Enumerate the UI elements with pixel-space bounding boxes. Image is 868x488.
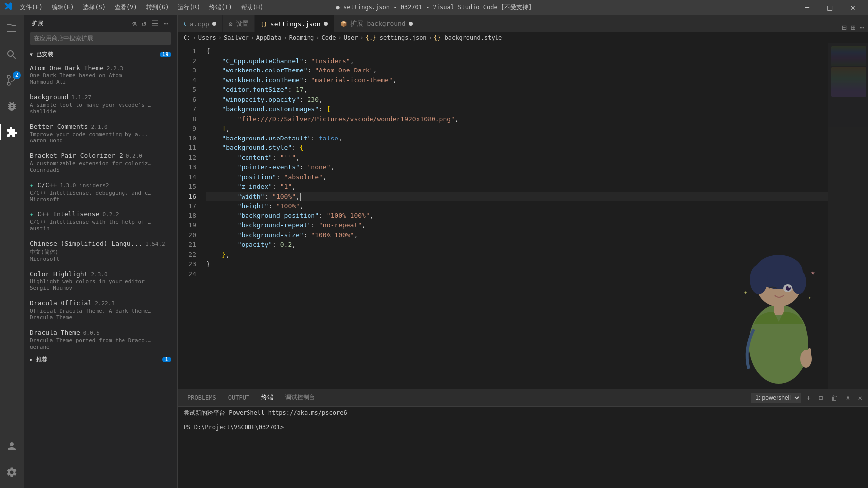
code-line: "height": "100%", <box>206 201 828 211</box>
filter-extensions-icon[interactable]: ⚗ <box>131 18 138 29</box>
tab-settings-json[interactable]: {} settings.json <box>255 15 334 32</box>
list-item[interactable]: Chinese (Simplified) Langu... 1.54.2 中文(… <box>24 236 177 266</box>
list-item[interactable]: Bracket Pair Colorizer 2 0.2.0 A customi… <box>24 148 177 177</box>
ext-author: austin <box>30 225 171 232</box>
code-line: { <box>206 46 828 56</box>
list-item[interactable]: background 1.1.27 A simple tool to make … <box>24 89 177 119</box>
panel-tab-terminal[interactable]: 终端 <box>255 390 279 405</box>
bc-drive[interactable]: C: <box>184 34 190 41</box>
sort-extensions-icon[interactable]: ☰ <box>150 18 159 29</box>
minimize-button[interactable]: ─ <box>796 0 818 15</box>
line-numbers: 1 2 3 4 5 6 7 8 9 10 11 12 13 14 15 16 1 <box>178 43 202 389</box>
ext-name: background <box>30 93 68 101</box>
ext-desc: 中文(简体) <box>30 248 154 256</box>
line-num: 8 <box>178 114 196 124</box>
ext-version: 0.2.2 <box>102 211 119 218</box>
title-bar-left: 文件(F) 编辑(E) 选择(S) 查看(V) 转到(G) 运行(R) 终端(T… <box>4 1 268 14</box>
terminal-selector[interactable]: 1: powershell <box>751 393 801 403</box>
panel: PROBLEMS OUTPUT 终端 调试控制台 1: powershell +… <box>178 389 868 488</box>
bc-users[interactable]: Users <box>198 34 216 41</box>
line-num: 10 <box>178 134 196 143</box>
menu-run[interactable]: 运行(R) <box>174 1 204 14</box>
activity-account[interactable] <box>0 434 24 458</box>
ext-desc: A customizable extension for colorizing.… <box>30 160 154 167</box>
menu-terminal[interactable]: 终端(T) <box>205 1 236 14</box>
search-extensions-input[interactable]: 在应用商店中搜索扩展 <box>30 32 171 45</box>
bc-user[interactable]: User <box>344 34 358 41</box>
close-button[interactable]: ✕ <box>841 0 864 15</box>
ext-author: Microsoft <box>30 196 171 203</box>
activity-settings[interactable] <box>0 460 24 484</box>
list-item[interactable]: Dracula Theme 0.0.5 Dracula Theme ported… <box>24 325 177 354</box>
bc-sailver[interactable]: Sailver <box>224 34 249 41</box>
installed-section-header[interactable]: ▼ 已安装 19 <box>24 49 177 60</box>
app-layout: 2 扩展 ⚗ ↺ ☰ ⋯ 在应用商店中搜索扩展 <box>0 15 868 488</box>
activity-extensions[interactable] <box>0 120 24 144</box>
ext-name: Better Comments <box>30 123 88 130</box>
line-num: 22 <box>178 250 196 260</box>
bc-settings-json[interactable]: {.} settings.json <box>366 34 427 41</box>
window-title: ● settings.json - 032701 - Visual Studio… <box>336 3 532 12</box>
list-item[interactable]: ✦ C/C++ 1.3.0-insiders2 C/C++ IntelliSen… <box>24 177 177 207</box>
ext-name: Dracula Official <box>30 299 92 307</box>
ext-name: Chinese (Simplified) Langu... <box>30 240 142 247</box>
tab-label: 扩展 background <box>350 19 406 28</box>
ext-name: C++ Intellisense <box>37 210 99 218</box>
split-editor-icon[interactable]: ⊟ <box>842 23 847 32</box>
menu-goto[interactable]: 转到(G) <box>142 1 173 14</box>
code-line: "opacity": 0.2, <box>206 240 828 250</box>
menu-help[interactable]: 帮助(H) <box>237 1 268 14</box>
terminal-output[interactable]: 尝试新的跨平台 PowerShell https://aka.ms/pscore… <box>178 407 868 488</box>
kill-terminal-icon[interactable]: 🗑 <box>829 392 840 404</box>
more-extensions-icon[interactable]: ⋯ <box>162 18 169 29</box>
list-item[interactable]: Better Comments 2.1.0 Improve your code … <box>24 119 177 148</box>
list-item[interactable]: ✦ C++ Intellisense 0.2.2 C/C++ Intellise… <box>24 207 177 236</box>
toggle-panel-icon[interactable]: ⊞ <box>851 23 856 32</box>
code-content[interactable]: { "C_Cpp.updateChannel": "Insiders", "wo… <box>202 43 828 389</box>
menu-view[interactable]: 查看(V) <box>111 1 141 14</box>
menu-edit[interactable]: 编辑(E) <box>48 1 78 14</box>
line-num: 20 <box>178 230 196 240</box>
panel-tab-bar: PROBLEMS OUTPUT 终端 调试控制台 1: powershell +… <box>178 389 868 407</box>
ext-version: 1.54.2 <box>145 241 165 247</box>
close-panel-icon[interactable]: ✕ <box>856 392 864 404</box>
bc-roaming[interactable]: Roaming <box>289 34 314 41</box>
recommend-section-header[interactable]: ▶ 推荐 1 <box>24 354 177 365</box>
sidebar-actions: ⚗ ↺ ☰ ⋯ <box>131 18 169 29</box>
more-actions-icon[interactable]: ⋯ <box>859 23 864 32</box>
installed-chevron: ▼ <box>30 52 33 57</box>
bc-code[interactable]: Code <box>321 34 336 41</box>
split-terminal-icon[interactable]: ⊟ <box>817 392 825 404</box>
json-file-icon: {} <box>261 21 267 27</box>
code-line: ], <box>206 124 828 134</box>
tab-settings[interactable]: ⚙ 设置 <box>223 15 255 32</box>
panel-tab-debug-console[interactable]: 调试控制台 <box>279 390 321 405</box>
list-item[interactable]: Atom One Dark Theme 2.2.3 One Dark Theme… <box>24 60 177 89</box>
menu-select[interactable]: 选择(S) <box>79 1 110 14</box>
panel-tab-output[interactable]: OUTPUT <box>222 391 255 405</box>
refresh-extensions-icon[interactable]: ↺ <box>141 18 148 29</box>
code-editor[interactable]: 1 2 3 4 5 6 7 8 9 10 11 12 13 14 15 16 1 <box>178 43 868 389</box>
list-item[interactable]: Color Highlight 2.3.0 Highlight web colo… <box>24 266 177 295</box>
panel-tab-problems[interactable]: PROBLEMS <box>182 391 222 405</box>
maximize-button[interactable]: □ <box>818 0 841 15</box>
activity-source-control[interactable]: 2 <box>0 69 24 92</box>
new-terminal-icon[interactable]: + <box>805 392 812 404</box>
ext-version: 1.1.27 <box>71 94 91 101</box>
tab-label: 设置 <box>236 19 248 28</box>
code-line: "background-size": "100% 100%", <box>206 230 828 240</box>
panel-maximize-icon[interactable]: ∧ <box>844 392 852 404</box>
code-line: "pointer-events": "none", <box>206 162 828 172</box>
ext-name: Bracket Pair Colorizer 2 <box>30 152 123 159</box>
activity-explorer[interactable] <box>0 17 24 41</box>
activity-debug[interactable] <box>0 94 24 118</box>
tab-ext-background[interactable]: 📦 扩展 background <box>334 15 419 32</box>
line-num: 18 <box>178 211 196 221</box>
bc-background-style[interactable]: {} background.style <box>434 34 502 41</box>
activity-search[interactable] <box>0 43 24 67</box>
tab-a-cpp[interactable]: C a.cpp <box>178 15 223 32</box>
menu-file[interactable]: 文件(F) <box>16 1 47 14</box>
bc-appdata[interactable]: AppData <box>256 34 282 41</box>
list-item[interactable]: Dracula Official 2.22.3 Official Dracula… <box>24 295 177 325</box>
code-line: }, <box>206 250 828 260</box>
